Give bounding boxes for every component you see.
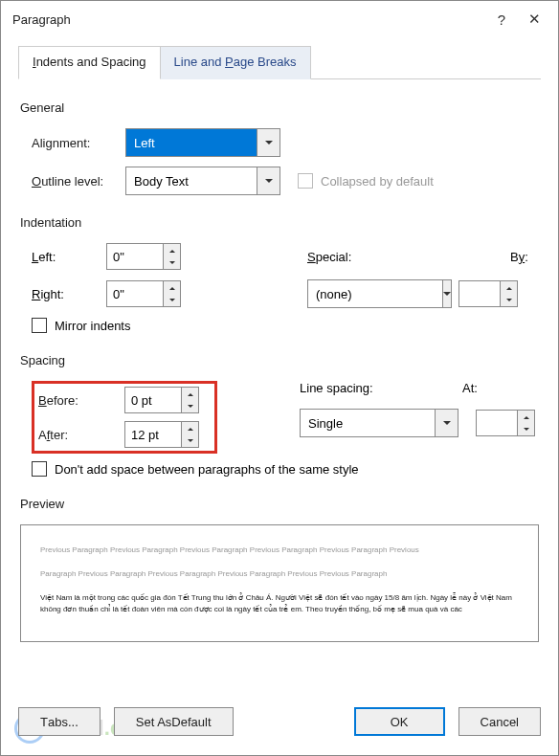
set-as-default-button[interactable]: Set As Default	[114, 707, 234, 736]
section-preview: Preview	[20, 497, 539, 511]
mirror-indents-label: Mirror indents	[55, 319, 130, 333]
after-value[interactable]: 12 pt	[124, 421, 182, 448]
special-value: (none)	[307, 279, 443, 308]
indent-left-label: Left:	[20, 250, 106, 264]
tab-strip: Indents and Spacing Line and Page Breaks	[18, 45, 541, 79]
after-spinner[interactable]: 12 pt	[124, 421, 199, 448]
collapsed-label: Collapsed by default	[321, 174, 434, 189]
button-bar: Tabs... Set As Default OK Cancel	[1, 707, 558, 736]
outline-level-value: Body Text	[125, 167, 257, 195]
close-button[interactable]: ✕	[518, 5, 550, 33]
spinner-down-icon[interactable]	[164, 294, 180, 306]
preview-box: Previous Paragraph Previous Paragraph Pr…	[20, 524, 539, 642]
by-value[interactable]	[458, 280, 501, 307]
line-spacing-label: Line spacing:	[300, 381, 462, 395]
at-value[interactable]	[476, 410, 518, 436]
spinner-up-icon[interactable]	[182, 388, 198, 400]
spinner-up-icon[interactable]	[182, 422, 198, 434]
chevron-down-icon[interactable]	[257, 128, 280, 157]
alignment-label: Alignment:	[20, 136, 125, 150]
tabs-button[interactable]: Tabs...	[18, 707, 101, 736]
by-label: By:	[510, 250, 528, 264]
before-value[interactable]: 0 pt	[124, 387, 182, 413]
line-spacing-dropdown[interactable]: Single	[300, 409, 458, 437]
spinner-down-icon[interactable]	[182, 400, 198, 412]
tab-indents-spacing[interactable]: Indents and Spacing	[18, 46, 161, 79]
outline-level-label: Outline level:	[20, 174, 125, 189]
line-spacing-value: Single	[300, 409, 436, 437]
indent-right-value[interactable]: 0"	[106, 280, 164, 307]
preview-para-current: Việt Nam là một trong các quốc gia đón T…	[40, 592, 519, 617]
indent-right-label: Right:	[20, 287, 106, 301]
spinner-up-icon[interactable]	[164, 281, 180, 294]
chevron-down-icon[interactable]	[436, 409, 458, 437]
help-button[interactable]: ?	[485, 5, 518, 33]
collapsed-checkbox	[298, 173, 313, 189]
spinner-down-icon[interactable]	[182, 434, 198, 447]
preview-para-prev2: Paragraph Previous Paragraph Previous Pa…	[40, 568, 519, 581]
chevron-down-icon[interactable]	[257, 167, 280, 195]
window-title: Paragraph	[12, 12, 485, 27]
after-label: After:	[38, 428, 124, 442]
section-indentation: Indentation	[20, 215, 539, 230]
dont-add-space-row[interactable]: Don't add space between paragraphs of th…	[32, 461, 539, 477]
collapsed-checkbox-row: Collapsed by default	[298, 173, 434, 189]
indent-left-value[interactable]: 0"	[106, 243, 164, 270]
spinner-up-icon[interactable]	[164, 244, 180, 256]
spinner-down-icon[interactable]	[164, 256, 180, 269]
dont-add-space-label: Don't add space between paragraphs of th…	[55, 462, 359, 477]
before-label: Before:	[38, 393, 124, 408]
special-label: Special:	[307, 250, 441, 264]
by-spinner[interactable]	[458, 280, 518, 307]
titlebar: Paragraph ? ✕	[1, 1, 558, 37]
section-general: General	[20, 100, 539, 115]
dont-add-space-checkbox[interactable]	[32, 461, 47, 477]
alignment-dropdown[interactable]: Left	[125, 128, 280, 157]
at-spinner[interactable]	[476, 410, 535, 436]
spinner-up-icon[interactable]	[518, 411, 534, 423]
ok-button[interactable]: OK	[354, 707, 445, 736]
special-dropdown[interactable]: (none)	[307, 279, 441, 308]
spinner-up-icon[interactable]	[501, 281, 517, 294]
chevron-down-icon[interactable]	[443, 279, 452, 308]
indent-right-spinner[interactable]: 0"	[106, 280, 307, 307]
preview-para-prev1: Previous Paragraph Previous Paragraph Pr…	[40, 545, 519, 557]
alignment-value: Left	[125, 128, 257, 157]
spacing-highlight: Before: 0 pt After: 12 pt	[32, 381, 217, 454]
spinner-down-icon[interactable]	[518, 423, 534, 435]
at-label: At:	[462, 381, 478, 395]
mirror-indents-checkbox[interactable]	[32, 318, 47, 333]
before-spinner[interactable]: 0 pt	[124, 387, 199, 413]
indent-left-spinner[interactable]: 0"	[106, 243, 307, 270]
tab-line-page-breaks[interactable]: Line and Page Breaks	[161, 46, 311, 79]
cancel-button[interactable]: Cancel	[458, 707, 541, 736]
mirror-indents-row[interactable]: Mirror indents	[32, 318, 539, 333]
section-spacing: Spacing	[20, 353, 539, 367]
outline-level-dropdown[interactable]: Body Text	[125, 167, 280, 195]
spinner-down-icon[interactable]	[501, 294, 517, 306]
